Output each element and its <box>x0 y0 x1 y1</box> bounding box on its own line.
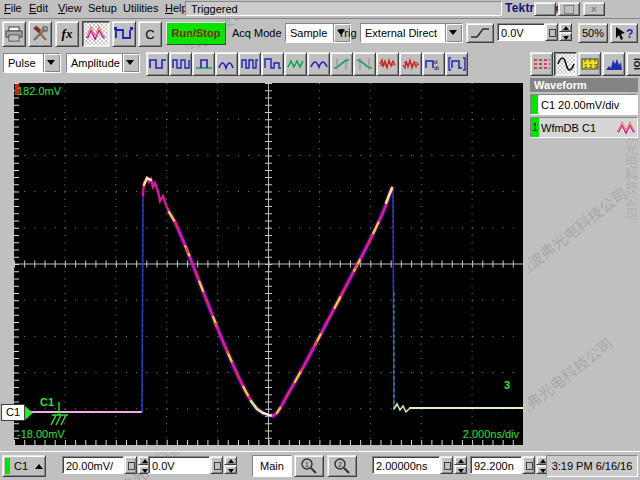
chevron-up-icon <box>35 464 43 469</box>
c-button[interactable]: C <box>138 21 162 47</box>
spin-up-button[interactable] <box>559 23 572 32</box>
meas-noise-button[interactable] <box>376 52 399 76</box>
histogram-button[interactable] <box>602 52 625 76</box>
rising-slope-icon <box>470 26 490 40</box>
pulse-icon <box>114 26 134 42</box>
bottom-voltage-readout: -18.00mV <box>17 428 65 440</box>
keypad-icon[interactable] <box>440 456 453 474</box>
display-vector-button[interactable] <box>554 52 577 76</box>
meas-fall-time-button[interactable] <box>353 52 376 76</box>
waveform-row-c1[interactable]: C1 20.00mV/div <box>530 94 638 115</box>
channel-position-marker[interactable]: C1 <box>1 404 33 421</box>
svg-text:?: ? <box>626 27 633 41</box>
waveform-panel-header: Waveform <box>530 78 638 92</box>
spin-up-button[interactable] <box>224 456 237 465</box>
spin-down-button[interactable] <box>559 32 572 41</box>
meas-category-select[interactable]: Pulse <box>3 53 61 73</box>
ruler-123-icon: 1 2 3 <box>581 57 599 71</box>
watermark: 苏州波弗光电科技公司 <box>528 182 631 291</box>
keypad-icon[interactable] <box>210 456 223 474</box>
printer-icon <box>5 26 23 42</box>
main-toolbar: 苏州波弗光电科技公司 fx <box>0 19 640 49</box>
measurement-toolbar: Pulse Amplitude <box>0 49 640 79</box>
magnifier-2-icon: 2 <box>333 458 351 474</box>
mask-test-button[interactable]: IOI <box>626 52 640 76</box>
meas-pulse-train-button[interactable] <box>238 52 261 76</box>
dropdown-arrow-icon <box>43 54 60 72</box>
run-stop-button[interactable]: Run/Stop <box>166 22 226 45</box>
meas-gated-button[interactable] <box>445 52 468 76</box>
menu-setup[interactable]: Setup <box>86 0 119 17</box>
channel-marker-label: C1 <box>1 404 25 421</box>
math-fx-button[interactable]: fx <box>55 21 79 47</box>
magnifier-1-icon: 1 <box>300 458 318 474</box>
utilities-tools-button[interactable] <box>28 21 52 47</box>
keypad-icon[interactable] <box>545 23 558 41</box>
timebase-main-button[interactable]: Main <box>252 455 292 477</box>
sine-cycles-icon <box>310 57 328 71</box>
print-button[interactable] <box>2 21 26 47</box>
meas-category-value: Pulse <box>4 54 43 72</box>
duty-cycle-icon <box>264 57 282 71</box>
spin-up-button[interactable] <box>454 456 467 465</box>
menu-view[interactable]: View <box>56 0 84 17</box>
channel-color-bar <box>5 458 10 474</box>
svg-text:dt: dt <box>434 65 439 71</box>
hammer-wrench-icon <box>31 26 49 42</box>
trig-level-spinner <box>559 23 572 41</box>
zoom1-button[interactable]: 1 <box>294 455 324 477</box>
pulse-train-icon <box>241 57 259 71</box>
meas-rise-time-button[interactable] <box>330 52 353 76</box>
spin-down-button[interactable] <box>224 465 237 474</box>
set-50pct-button[interactable]: 50% <box>578 23 608 43</box>
keypad-icon[interactable] <box>522 456 535 474</box>
close-button[interactable]: × <box>583 2 605 16</box>
spin-down-button[interactable] <box>454 465 467 474</box>
meas-triangle-button[interactable] <box>284 52 307 76</box>
meas-cycles-button[interactable] <box>307 52 330 76</box>
display-dots-button[interactable] <box>530 52 553 76</box>
menu-utilities[interactable]: Utilities <box>121 0 160 17</box>
vertical-scale-input[interactable]: 20.00mV/ <box>62 456 124 474</box>
delta-time-icon: d dt <box>425 57 443 71</box>
meas-delta-time-button[interactable]: d dt <box>422 52 445 76</box>
channel-arrow-icon <box>25 406 33 420</box>
restore-button[interactable] <box>558 2 580 16</box>
svg-text:1: 1 <box>305 461 309 468</box>
meas-period-button[interactable] <box>192 52 215 76</box>
vertical-scale-control: 20.00mV/ <box>62 456 151 474</box>
trig-level-control: 0.0V <box>497 23 572 41</box>
trig-slope-button[interactable] <box>466 23 494 43</box>
measure-readout-button[interactable]: 1 2 3 <box>578 52 601 76</box>
trig-level-input[interactable]: 0.0V <box>497 23 545 41</box>
vertical-offset-input[interactable]: 0.0V <box>148 456 210 474</box>
meas-duty-cycle-button[interactable] <box>261 52 284 76</box>
trig-source-select[interactable]: External Direct <box>360 23 463 43</box>
watermark: 苏州波弗光电科技公司 <box>528 332 617 441</box>
meas-type-select[interactable]: Amplitude <box>66 53 140 73</box>
context-help-button[interactable]: ? <box>610 23 638 43</box>
svg-text:1 2 3: 1 2 3 <box>584 63 598 69</box>
trig-label: Trig <box>338 27 357 39</box>
horizontal-scale-spinner <box>454 456 467 474</box>
zoom2-button[interactable]: 2 <box>327 455 357 477</box>
vertical-offset-spinner <box>224 456 237 474</box>
menu-file[interactable]: File <box>2 0 24 17</box>
channel-select-button[interactable]: C1 <box>2 455 46 477</box>
pulse-setup-button[interactable] <box>112 21 136 47</box>
meas-burst-button[interactable] <box>215 52 238 76</box>
horizontal-scale-input[interactable]: 2.00000ns <box>372 456 440 474</box>
meas-jitter-button[interactable] <box>399 52 422 76</box>
waveform-display-button[interactable] <box>82 21 110 47</box>
minimize-button[interactable]: _ <box>534 2 556 16</box>
scope-display: 182.0mV -18.00mV 2.000ns/div 3 C1 <box>14 83 523 445</box>
menu-edit[interactable]: Edit <box>27 0 50 17</box>
meas-frequency-button[interactable] <box>169 52 192 76</box>
waveform-row-wfmdb[interactable]: 1 WfmDB C1 <box>530 117 638 138</box>
horizontal-position-input[interactable]: 92.200n <box>470 456 522 474</box>
keypad-icon[interactable] <box>124 456 137 474</box>
bottom-control-bar: 苏州波弗光电科技公司 C1 20.00mV/ 0.0V Main <box>0 451 640 480</box>
meas-pulse-width-button[interactable] <box>146 52 169 76</box>
fx-icon: fx <box>62 26 73 42</box>
horizontal-position-control: 92.200n <box>470 456 549 474</box>
